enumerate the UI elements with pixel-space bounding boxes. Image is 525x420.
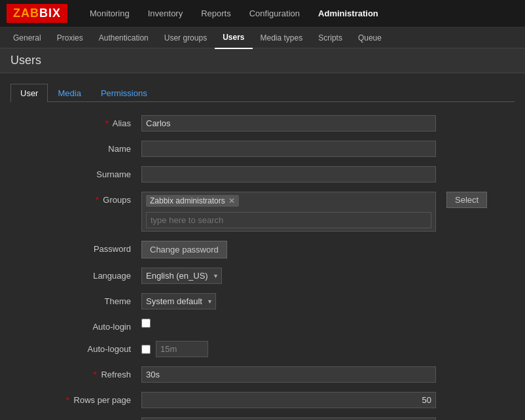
alias-control xyxy=(141,115,515,131)
refresh-row: * Refresh xyxy=(10,366,515,383)
subnav-users[interactable]: Users xyxy=(215,27,252,49)
autologin-row: Auto-login xyxy=(10,319,515,332)
nav-administration[interactable]: Administration xyxy=(309,0,388,27)
subnav-general[interactable]: General xyxy=(5,27,49,48)
nav-configuration[interactable]: Configuration xyxy=(240,0,309,27)
password-control: Change password xyxy=(141,241,515,258)
groups-search-input[interactable] xyxy=(146,212,431,228)
url-label: URL (after login) xyxy=(10,417,141,420)
theme-label: Theme xyxy=(10,293,141,306)
name-label: Name xyxy=(10,141,141,154)
url-input[interactable] xyxy=(141,417,436,420)
language-row: Language English (en_US) System default xyxy=(10,268,515,284)
rows-per-page-label: * Rows per page xyxy=(10,392,141,405)
name-control xyxy=(141,141,515,157)
subnav-scripts[interactable]: Scripts xyxy=(310,27,350,48)
surname-row: Surname xyxy=(10,166,515,183)
subnav-media-types[interactable]: Media types xyxy=(253,27,311,48)
select-group-button[interactable]: Select xyxy=(446,192,487,208)
user-form: * Alias Name Surname * Groups xyxy=(10,115,515,420)
autologin-control xyxy=(141,319,515,330)
language-select[interactable]: English (en_US) System default xyxy=(141,268,222,284)
theme-control: System default Blue Dark xyxy=(141,293,515,309)
tab-media[interactable]: Media xyxy=(48,84,90,102)
url-control xyxy=(141,417,515,420)
alias-input[interactable] xyxy=(141,115,436,131)
nav-reports[interactable]: Reports xyxy=(192,0,240,27)
surname-input[interactable] xyxy=(141,166,436,183)
nav-inventory[interactable]: Inventory xyxy=(139,0,192,27)
subnav-authentication[interactable]: Authentication xyxy=(91,27,156,48)
top-navigation: ZABBIX Monitoring Inventory Reports Conf… xyxy=(0,0,525,27)
autologout-inner xyxy=(141,341,515,357)
autologout-control xyxy=(141,341,515,357)
language-label: Language xyxy=(10,268,141,281)
change-password-button[interactable]: Change password xyxy=(141,241,227,258)
nav-monitoring[interactable]: Monitoring xyxy=(81,0,139,27)
url-row: URL (after login) xyxy=(10,417,515,420)
password-label: Password xyxy=(10,241,141,254)
tabs: User Media Permissions xyxy=(10,84,515,102)
theme-row: Theme System default Blue Dark xyxy=(10,293,515,309)
subnav-user-groups[interactable]: User groups xyxy=(156,27,215,48)
subnav-proxies[interactable]: Proxies xyxy=(49,27,91,48)
theme-select-wrap: System default Blue Dark xyxy=(141,293,216,309)
remove-group-icon[interactable]: ✕ xyxy=(228,196,235,205)
language-control: English (en_US) System default xyxy=(141,268,515,284)
groups-box[interactable]: Zabbix administrators ✕ xyxy=(141,192,436,232)
refresh-label: * Refresh xyxy=(10,366,141,379)
surname-label: Surname xyxy=(10,166,141,179)
sub-navigation: General Proxies Authentication User grou… xyxy=(0,27,525,48)
rows-per-page-input[interactable] xyxy=(141,392,436,408)
groups-row: * Groups Zabbix administrators ✕ Select xyxy=(10,192,515,232)
name-row: Name xyxy=(10,141,515,157)
content-area: User Media Permissions * Alias Name Surn… xyxy=(0,73,525,420)
autologout-checkbox[interactable] xyxy=(141,345,151,354)
refresh-control xyxy=(141,366,515,383)
name-input[interactable] xyxy=(141,141,436,157)
tab-permissions[interactable]: Permissions xyxy=(91,84,157,102)
page-title: Users xyxy=(0,48,525,73)
tab-user[interactable]: User xyxy=(10,84,48,102)
alias-label: * Alias xyxy=(10,115,141,128)
theme-select[interactable]: System default Blue Dark xyxy=(141,293,216,309)
autologin-checkbox[interactable] xyxy=(141,319,151,328)
language-select-wrap: English (en_US) System default xyxy=(141,268,222,284)
refresh-required-star: * xyxy=(94,370,97,379)
alias-row: * Alias xyxy=(10,115,515,131)
rows-required-star: * xyxy=(66,395,69,405)
subnav-queue[interactable]: Queue xyxy=(350,27,389,48)
groups-required-star: * xyxy=(96,195,99,205)
autologout-input[interactable] xyxy=(156,341,208,357)
alias-required-star: * xyxy=(105,118,109,128)
group-tag-zabbix-admins: Zabbix administrators ✕ xyxy=(146,195,239,207)
autologin-label: Auto-login xyxy=(10,319,141,332)
password-row: Password Change password xyxy=(10,241,515,258)
autologout-row: Auto-logout xyxy=(10,341,515,357)
rows-per-page-row: * Rows per page xyxy=(10,392,515,408)
surname-control xyxy=(141,166,515,183)
logo: ZABBIX xyxy=(7,4,67,23)
groups-label: * Groups xyxy=(10,192,141,205)
refresh-input[interactable] xyxy=(141,366,436,383)
autologout-label: Auto-logout xyxy=(10,341,141,354)
rows-per-page-control xyxy=(141,392,515,408)
groups-control: Zabbix administrators ✕ Select xyxy=(141,192,515,232)
